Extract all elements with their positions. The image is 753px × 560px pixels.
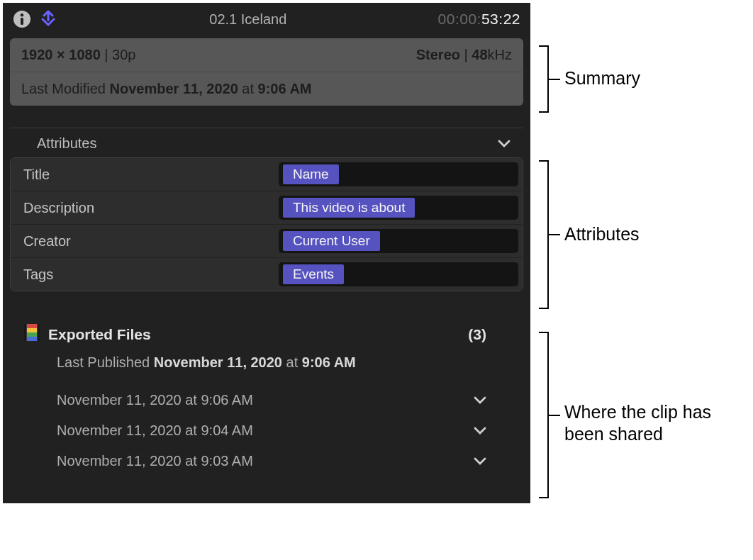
attributes-list: Title Name Description This video is abo… [10, 157, 523, 291]
svg-point-1 [21, 13, 23, 16]
audio-mode: Stereo [416, 47, 460, 62]
callout-exported: Where the clip has been shared [564, 401, 742, 446]
attribute-row-tags: Tags Events [11, 258, 523, 291]
callout-summary: Summary [564, 68, 640, 89]
attributes-header[interactable]: Attributes [9, 128, 525, 157]
exported-files-header: Exported Files (3) [24, 324, 503, 345]
attribute-row-description: Description This video is about [11, 191, 523, 225]
clip-title: 02.1 Iceland [58, 11, 438, 28]
exported-item[interactable]: November 11, 2020 at 9:04 AM [51, 415, 503, 446]
callout-attributes: Attributes [564, 224, 640, 245]
attribute-label: Creator [23, 233, 279, 250]
svg-rect-7 [27, 337, 37, 341]
attribute-row-title: Title Name [11, 158, 523, 191]
exported-files-count: (3) [468, 326, 486, 343]
exported-files-title: Exported Files [48, 326, 151, 343]
audio-unit: kHz [488, 47, 512, 62]
last-published: Last Published November 11, 2020 at 9:06… [57, 354, 503, 371]
summary-modified: Last Modified November 11, 2020 at 9:06 … [10, 72, 523, 106]
attribute-token[interactable]: Name [283, 164, 339, 184]
inspector-header: 02.1 Iceland 00:00:53:22 [9, 9, 525, 34]
framerate: 30p [112, 47, 135, 62]
chevron-down-icon [474, 422, 486, 439]
summary-video-audio: 1920 × 1080 | 30p Stereo | 48kHz [10, 38, 523, 72]
svg-rect-9 [38, 324, 40, 341]
exported-item[interactable]: November 11, 2020 at 9:06 AM [51, 385, 503, 415]
attribute-label: Description [23, 200, 279, 216]
chevron-down-icon [498, 135, 511, 152]
svg-rect-4 [27, 324, 37, 328]
summary-box: 1920 × 1080 | 30p Stereo | 48kHz Last Mo… [10, 38, 523, 106]
attribute-token[interactable]: This video is about [283, 198, 415, 218]
attributes-title: Attributes [37, 135, 96, 152]
chevron-down-icon [474, 453, 486, 469]
attribute-value-field[interactable]: Events [279, 262, 518, 286]
share-icon[interactable] [38, 9, 58, 29]
timecode: 00:00:53:22 [438, 11, 520, 28]
exported-item-label: November 11, 2020 at 9:03 AM [57, 453, 253, 469]
exported-item[interactable]: November 11, 2020 at 9:03 AM [51, 446, 503, 476]
svg-rect-6 [27, 332, 37, 337]
filmstrip-icon [24, 324, 40, 345]
exported-item-label: November 11, 2020 at 9:04 AM [57, 422, 253, 439]
share-inspector-panel: 02.1 Iceland 00:00:53:22 1920 × 1080 | 3… [3, 3, 530, 503]
exported-files-section: Exported Files (3) Last Published Novemb… [9, 291, 525, 498]
attribute-token[interactable]: Events [283, 264, 344, 284]
attribute-row-creator: Creator Current User [11, 225, 523, 258]
exported-item-label: November 11, 2020 at 9:06 AM [57, 392, 253, 408]
svg-rect-5 [27, 328, 37, 332]
svg-rect-8 [24, 324, 26, 341]
chevron-down-icon [474, 392, 486, 408]
attribute-token[interactable]: Current User [283, 231, 380, 251]
svg-rect-2 [21, 18, 23, 25]
audio-rate: 48 [472, 47, 487, 62]
attribute-value-field[interactable]: This video is about [279, 196, 518, 220]
attribute-label: Tags [23, 267, 279, 283]
attribute-value-field[interactable]: Current User [279, 229, 518, 253]
attribute-value-field[interactable]: Name [279, 162, 518, 186]
resolution: 1920 × 1080 [21, 47, 101, 62]
attribute-label: Title [23, 167, 279, 183]
info-icon[interactable] [13, 10, 31, 28]
